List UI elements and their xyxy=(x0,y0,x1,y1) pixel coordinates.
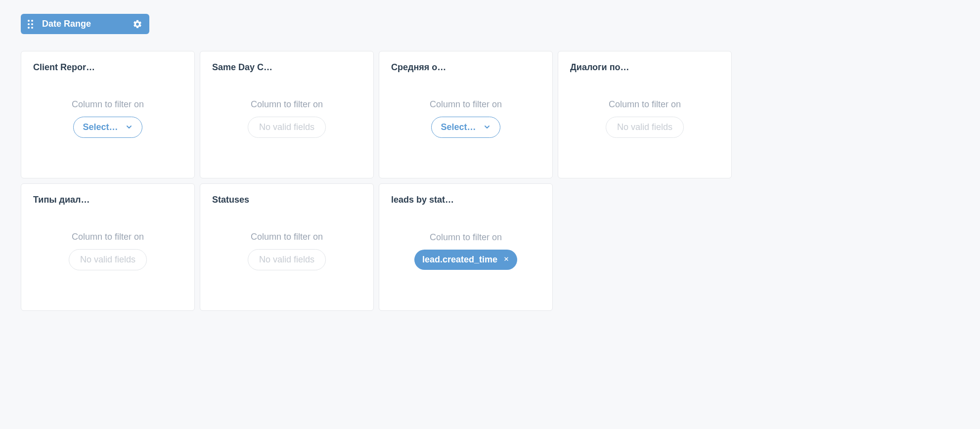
card-title: Диалоги по… xyxy=(570,62,634,73)
card-statuses: Statuses Column to filter on No valid fi… xyxy=(200,183,374,311)
card-title: Client Repor… xyxy=(33,62,97,73)
card-client-report: Client Repor… Column to filter on Select… xyxy=(21,51,195,178)
column-select-disabled: No valid fields xyxy=(248,249,326,270)
column-select-disabled: No valid fields xyxy=(606,117,684,138)
card-title: Типы диал… xyxy=(33,195,97,205)
card-title: Statuses xyxy=(212,195,276,205)
column-select[interactable]: Select… xyxy=(431,117,500,138)
column-select-disabled: No valid fields xyxy=(248,117,326,138)
no-valid-fields-label: No valid fields xyxy=(80,255,135,265)
filter-label: Column to filter on xyxy=(609,99,681,110)
cards-grid: Client Repor… Column to filter on Select… xyxy=(21,51,959,311)
card-same-day: Same Day C… Column to filter on No valid… xyxy=(200,51,374,178)
selected-column-value: lead.created_time xyxy=(422,255,497,265)
card-srednyaya: Средняя о… Column to filter on Select… xyxy=(379,51,553,178)
close-icon[interactable] xyxy=(503,256,509,263)
filter-label: Column to filter on xyxy=(251,232,323,242)
filter-label: Column to filter on xyxy=(72,99,144,110)
date-range-chip[interactable]: Date Range xyxy=(21,14,149,34)
card-title: Same Day C… xyxy=(212,62,276,73)
card-title: Средняя о… xyxy=(391,62,455,73)
filter-label: Column to filter on xyxy=(430,99,502,110)
select-placeholder: Select… xyxy=(441,122,476,132)
filter-label: Column to filter on xyxy=(72,232,144,242)
drag-handle-icon[interactable] xyxy=(28,20,33,29)
card-tipy-dialogov: Типы диал… Column to filter on No valid … xyxy=(21,183,195,311)
column-select-disabled: No valid fields xyxy=(69,249,147,270)
column-select[interactable]: Select… xyxy=(73,117,142,138)
filter-label: Column to filter on xyxy=(251,99,323,110)
no-valid-fields-label: No valid fields xyxy=(259,255,314,265)
chevron-down-icon xyxy=(483,123,491,131)
card-title: leads by stat… xyxy=(391,195,455,205)
select-placeholder: Select… xyxy=(83,122,118,132)
chevron-down-icon xyxy=(125,123,133,131)
card-leads-by-status: leads by stat… Column to filter on lead.… xyxy=(379,183,553,311)
filter-label: Column to filter on xyxy=(430,232,502,243)
gear-icon[interactable] xyxy=(133,19,142,29)
date-range-label: Date Range xyxy=(42,19,91,29)
card-dialogi: Диалоги по… Column to filter on No valid… xyxy=(558,51,732,178)
no-valid-fields-label: No valid fields xyxy=(259,122,314,132)
no-valid-fields-label: No valid fields xyxy=(617,122,672,132)
selected-column-chip[interactable]: lead.created_time xyxy=(414,250,517,270)
